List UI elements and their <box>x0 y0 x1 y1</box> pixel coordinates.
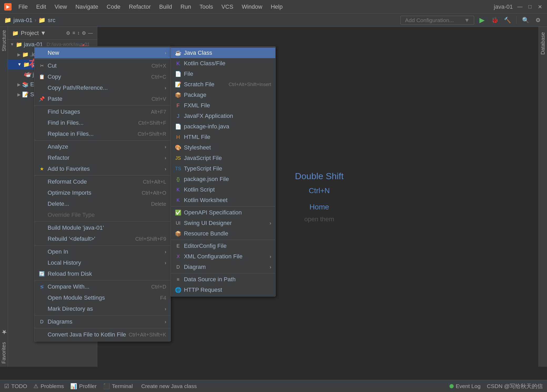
http-label: HTTP Request <box>184 287 222 293</box>
ctx-refactor[interactable]: Refactor › <box>34 152 170 163</box>
sub-datasource[interactable]: ≡ Data Source in Path <box>171 274 275 285</box>
win-maximize-button[interactable]: □ <box>527 4 533 10</box>
sub-swing[interactable]: UI Swing UI Designer › <box>171 218 275 228</box>
event-log-item[interactable]: Event Log <box>449 383 481 389</box>
sub-json[interactable]: {} package.json File <box>171 174 275 184</box>
ctx-sep9 <box>34 328 170 328</box>
menu-tools[interactable]: Tools <box>196 2 217 11</box>
stylesheet-label: Stylesheet <box>184 144 211 151</box>
sub-java-class[interactable]: ☕ Java Class <box>171 48 275 58</box>
ctx-module-settings[interactable]: Open Module Settings F4 <box>34 292 170 303</box>
menu-build[interactable]: Build <box>155 2 176 11</box>
ctx-add-favorites[interactable]: ★ Add to Favorites › <box>34 163 170 174</box>
ctx-find-usages-label: Find Usages <box>48 108 148 115</box>
delete-shortcut: Delete <box>151 201 166 207</box>
ctx-find-usages[interactable]: Find Usages Alt+F7 <box>34 106 170 117</box>
reload-icon: 🔄 <box>39 271 45 277</box>
panel-expand-icon[interactable]: ≡ <box>72 30 75 36</box>
menu-run[interactable]: Run <box>177 2 195 11</box>
menu-file[interactable]: File <box>15 2 31 11</box>
ctx-copy[interactable]: 📋 Copy Ctrl+C <box>34 71 170 82</box>
sub-editorconfig[interactable]: E EditorConfig File <box>171 241 275 251</box>
ctx-convert-kotlin[interactable]: Convert Java File to Kotlin File Ctrl+Al… <box>34 329 170 340</box>
search-everywhere-button[interactable]: 🔍 <box>521 16 530 25</box>
structure-tab[interactable]: Structure <box>0 27 8 54</box>
terminal-item[interactable]: ⬛ Terminal <box>103 383 133 389</box>
sub-javafx[interactable]: J JavaFX Application <box>171 111 275 121</box>
sub-resource[interactable]: 📦 Resource Bundle <box>171 228 275 239</box>
sub-kotlin-class[interactable]: K Kotlin Class/File <box>171 58 275 69</box>
statusbar: ☑ TODO ⚠ Problems 📊 Profiler ⬛ Terminal … <box>0 380 547 392</box>
favorites-label[interactable]: Favorites <box>0 339 8 367</box>
sub-html[interactable]: H HTML File <box>171 132 275 142</box>
ctx-mark-dir[interactable]: Mark Directory as › <box>34 303 170 314</box>
database-tab[interactable]: Database <box>539 29 547 57</box>
compare-icon: ≶ <box>39 284 45 290</box>
ctx-build-module[interactable]: Build Module 'java-01' <box>34 222 170 233</box>
sub-ts[interactable]: TS TypeScript File <box>171 163 275 174</box>
ctx-paste[interactable]: 📌 Paste Ctrl+V <box>34 93 170 104</box>
sub-xml-config[interactable]: X XML Configuration File › <box>171 251 275 262</box>
project-folder-icon2: 📁 <box>16 41 22 48</box>
ctx-rebuild[interactable]: Rebuild '<default>' Ctrl+Shift+F9 <box>34 233 170 244</box>
ctx-delete[interactable]: Delete... Delete <box>34 198 170 209</box>
panel-settings-icon[interactable]: ⚙ <box>66 30 70 36</box>
sub-diagram[interactable]: D Diagram › <box>171 262 275 272</box>
favorites-tab[interactable]: ★ <box>0 325 9 339</box>
panel-gear-icon[interactable]: ⚙ <box>82 30 86 36</box>
scratch-file-label: Scratch File <box>184 81 214 88</box>
panel-close-icon[interactable]: — <box>88 30 93 36</box>
sub-stylesheet[interactable]: 🎨 Stylesheet <box>171 142 275 153</box>
ctx-open-in[interactable]: Open In › <box>34 246 170 257</box>
ctx-new[interactable]: New › ☕ Java Class K Kotlin Class/File 📄… <box>34 47 170 58</box>
ctx-diagrams[interactable]: D Diagrams › <box>34 316 170 327</box>
debug-button[interactable]: 🐞 <box>490 16 499 25</box>
menu-code[interactable]: Code <box>103 2 124 11</box>
ctx-replace-in-files[interactable]: Replace in Files... Ctrl+Shift+R <box>34 128 170 139</box>
menu-view[interactable]: View <box>51 2 70 11</box>
sub-kotlin-script[interactable]: K Kotlin Script <box>171 184 275 195</box>
problems-item[interactable]: ⚠ Problems <box>33 383 64 389</box>
sub-package[interactable]: 📦 Package <box>171 90 275 100</box>
ctx-local-history[interactable]: Local History › <box>34 257 170 268</box>
ctx-reformat[interactable]: Reformat Code Ctrl+Alt+L <box>34 176 170 187</box>
ctx-sep7 <box>34 280 170 280</box>
sub-file[interactable]: 📄 File <box>171 69 275 79</box>
todo-item[interactable]: ☑ TODO <box>4 383 27 389</box>
settings-button[interactable]: ⚙ <box>533 16 543 25</box>
ctx-sep6 <box>34 245 170 245</box>
profiler-item[interactable]: 📊 Profiler <box>70 383 97 389</box>
datasource-icon: ≡ <box>175 277 181 282</box>
menu-navigate[interactable]: Navigate <box>72 2 102 11</box>
replace-shortcut: Ctrl+Shift+R <box>138 131 166 137</box>
ctx-copy-path[interactable]: Copy Path/Reference... › <box>34 82 170 93</box>
run-button[interactable]: ▶ <box>477 16 487 25</box>
build-button[interactable]: 🔨 <box>503 16 512 25</box>
ctx-analyze[interactable]: Analyze › <box>34 141 170 152</box>
sub-fxml[interactable]: F FXML File <box>171 100 275 111</box>
ctx-optimize-imports[interactable]: Optimize Imports Ctrl+Alt+O <box>34 187 170 198</box>
sub-kotlin-worksheet[interactable]: K Kotlin Worksheet <box>171 195 275 205</box>
openapi-label: OpenAPI Specification <box>184 209 242 216</box>
menu-edit[interactable]: Edit <box>32 2 50 11</box>
ctx-cut[interactable]: ✂ Cut Ctrl+X <box>34 60 170 71</box>
terminal-icon: ⬛ <box>103 383 110 389</box>
ctx-reload[interactable]: 🔄 Reload from Disk <box>34 268 170 279</box>
menu-window[interactable]: Window <box>238 2 266 11</box>
ctx-compare[interactable]: ≶ Compare With... Ctrl+D <box>34 281 170 292</box>
sub-scratch-file[interactable]: 📝 Scratch File Ctrl+Alt+Shift+Insert <box>171 79 275 90</box>
menu-help[interactable]: Help <box>267 2 286 11</box>
run-config-dropdown[interactable]: Add Configuration... ▼ <box>401 16 474 25</box>
sub-http[interactable]: 🌐 HTTP Request <box>171 285 275 295</box>
menu-vcs[interactable]: VCS <box>218 2 237 11</box>
win-close-button[interactable]: ✕ <box>537 4 543 10</box>
ctx-sep1 <box>34 59 170 59</box>
paste-shortcut: Ctrl+V <box>151 96 166 102</box>
sub-pkginfo[interactable]: 📄 package-info.java <box>171 121 275 132</box>
ctx-find-in-files[interactable]: Find in Files... Ctrl+Shift+F <box>34 117 170 128</box>
sub-openapi[interactable]: ✅ OpenAPI Specification <box>171 207 275 218</box>
panel-sort-icon[interactable]: ↕ <box>77 30 80 36</box>
sub-js[interactable]: JS JavaScript File <box>171 153 275 163</box>
menu-refactor[interactable]: Refactor <box>125 2 154 11</box>
win-minimize-button[interactable]: — <box>517 4 523 10</box>
